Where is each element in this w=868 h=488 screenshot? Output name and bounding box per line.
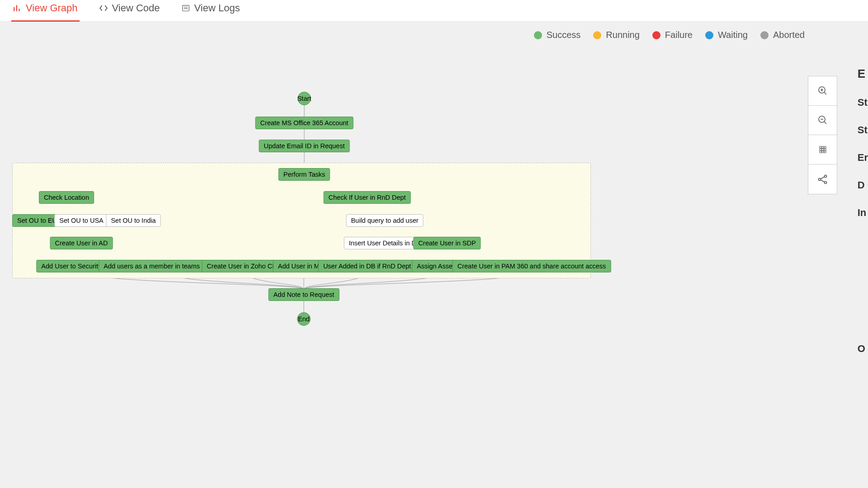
tab-label: View Graph: [26, 2, 78, 14]
node-check-rnd[interactable]: Check If User in RnD Dept: [324, 191, 411, 204]
node-create-ad[interactable]: Create User in AD: [50, 237, 113, 249]
tab-view-code[interactable]: View Code: [98, 0, 162, 22]
tab-view-logs[interactable]: View Logs: [180, 0, 242, 22]
code-icon: [99, 4, 108, 12]
tab-label: View Code: [112, 2, 160, 14]
tabs-bar: View Graph View Code View Logs: [0, 0, 868, 22]
node-create-sdp[interactable]: Create User in SDP: [413, 237, 481, 249]
graph-canvas[interactable]: Success Running Failure Waiting Aborted …: [0, 22, 868, 488]
logs-icon: [182, 4, 190, 12]
node-user-added[interactable]: User Added in DB if RnD Dept: [318, 260, 416, 272]
node-start[interactable]: Start: [297, 92, 311, 105]
node-update-email[interactable]: Update Email ID in Request: [259, 140, 350, 152]
node-add-note[interactable]: Add Note to Request: [269, 288, 340, 301]
node-set-india[interactable]: Set OU to India: [106, 214, 160, 227]
node-set-usa[interactable]: Set OU to USA: [54, 214, 108, 227]
bars-icon: [13, 4, 21, 12]
node-end[interactable]: End: [297, 312, 311, 326]
node-create-ms[interactable]: Create MS Office 365 Account: [255, 117, 354, 129]
node-build-q[interactable]: Build query to add user: [346, 214, 423, 227]
node-check-loc[interactable]: Check Location: [39, 191, 94, 204]
node-perform[interactable]: Perform Tasks: [278, 168, 330, 181]
tab-view-graph[interactable]: View Graph: [11, 0, 80, 22]
tab-label: View Logs: [194, 2, 240, 14]
svg-rect-0: [182, 5, 189, 11]
node-create-pam[interactable]: Create User in PAM 360 and share account…: [453, 260, 611, 272]
